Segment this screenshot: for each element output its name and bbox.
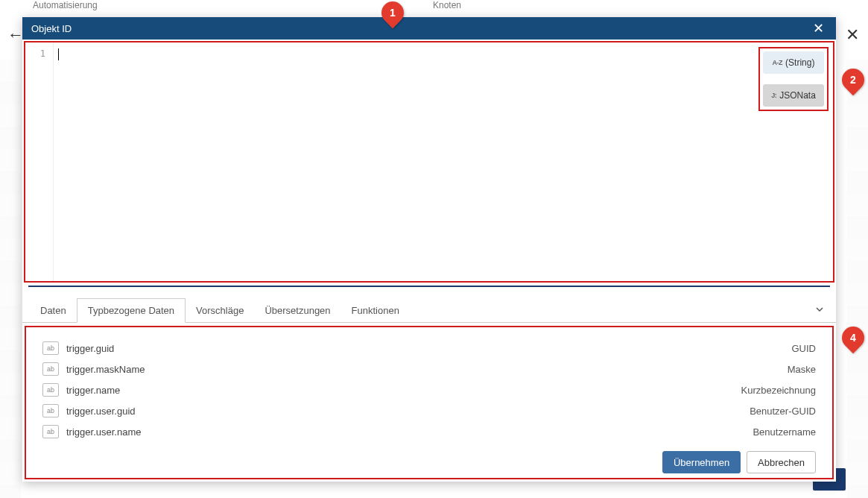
data-label: Maske (788, 364, 816, 375)
data-key: trigger.name (66, 385, 741, 396)
data-label: Benutzername (753, 426, 816, 438)
type-jsonata-button[interactable]: J: JSONata (763, 84, 824, 107)
close-icon[interactable]: ✕ (810, 20, 827, 37)
modal-title: Objekt ID (31, 23, 72, 34)
cancel-button[interactable]: Abbrechen (747, 451, 816, 473)
data-key: trigger.user.name (66, 426, 753, 438)
editor-gutter: 1 (25, 42, 54, 281)
table-row[interactable]: ab trigger.name Kurzbezeichnung (42, 379, 816, 400)
type-string-label: (String) (785, 57, 814, 68)
tab-uebersetzungen[interactable]: Übersetzungen (254, 299, 340, 322)
footer-buttons: Übernehmen Abbrechen (42, 442, 816, 473)
bg-tab-left: Automatisierung (22, 0, 425, 16)
data-panel: ab trigger.guid GUID ab trigger.maskName… (25, 326, 834, 479)
string-type-icon: ab (42, 341, 59, 355)
data-label: Benutzer-GUID (750, 406, 816, 417)
string-type-icon: ab (42, 362, 59, 376)
table-row[interactable]: ab trigger.maskName Maske (42, 359, 816, 379)
string-type-icon: ab (42, 383, 59, 397)
apply-button[interactable]: Übernehmen (662, 451, 741, 473)
tab-funktionen[interactable]: Funktionen (341, 299, 410, 322)
editor-bottom-rule (28, 286, 830, 287)
editor-wrap: 1 A-Z (String) J: JSONata (22, 40, 836, 295)
type-jsonata-label: JSONata (779, 90, 816, 101)
editor-highlight-box: 1 A-Z (String) J: JSONata (24, 41, 834, 283)
az-icon: A-Z (773, 59, 783, 66)
text-caret (58, 48, 59, 60)
table-row[interactable]: ab trigger.user.guid Benutzer-GUID (42, 400, 816, 421)
tab-vorschlaege[interactable]: Vorschläge (186, 299, 254, 322)
data-key: trigger.user.guid (66, 406, 750, 417)
table-row[interactable]: ab trigger.user.name Benutzername (42, 421, 816, 442)
back-arrow-icon[interactable]: ← (7, 25, 24, 45)
data-label: Kurzbezeichnung (741, 385, 816, 396)
bg-right-rail (847, 60, 868, 498)
close-panel-icon[interactable]: ✕ (846, 25, 859, 45)
type-string-button[interactable]: A-Z (String) (763, 51, 824, 74)
jsonata-icon: J: (771, 92, 776, 99)
modal-header: Objekt ID ✕ (22, 17, 836, 40)
tab-typbezogene-daten[interactable]: Typbezogene Daten (77, 298, 186, 323)
table-row[interactable]: ab trigger.guid GUID (42, 338, 816, 359)
tab-daten[interactable]: Daten (30, 299, 77, 322)
code-editor[interactable]: 1 (25, 42, 833, 281)
type-buttons-box: A-Z (String) J: JSONata (758, 47, 829, 111)
data-key: trigger.guid (66, 343, 792, 354)
data-label: GUID (792, 343, 817, 354)
bg-tab-right: Knoten (428, 0, 831, 16)
code-area[interactable] (54, 42, 833, 281)
string-type-icon: ab (42, 425, 59, 438)
objekt-id-modal: Objekt ID ✕ 1 A-Z (String) J: JS (22, 17, 836, 482)
line-number: 1 (25, 48, 45, 59)
bg-left-rail (0, 60, 21, 498)
data-key: trigger.maskName (66, 364, 788, 375)
chevron-down-icon[interactable] (811, 299, 829, 322)
lower-tabs: Daten Typbezogene Daten Vorschläge Übers… (22, 298, 836, 323)
string-type-icon: ab (42, 404, 59, 417)
